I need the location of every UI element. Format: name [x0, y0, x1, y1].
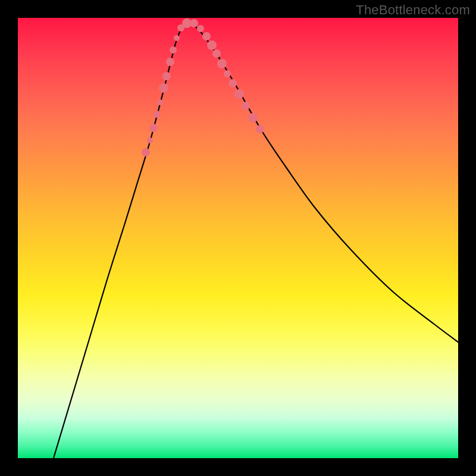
curve-marker [154, 111, 161, 118]
bottleneck-curve [54, 23, 458, 458]
chart-frame: TheBottleneck.com [0, 0, 476, 476]
marker-group [142, 18, 264, 156]
curve-marker [147, 137, 153, 143]
curve-marker [224, 70, 231, 77]
curve-marker [212, 49, 221, 58]
curve-marker [217, 59, 227, 68]
curve-marker [157, 99, 163, 105]
curve-marker [207, 40, 217, 50]
curve-marker [228, 79, 237, 87]
curve-marker [149, 124, 158, 132]
curve-marker [159, 83, 168, 93]
plot-area [18, 18, 458, 458]
curve-marker [242, 102, 250, 110]
curve-marker [166, 58, 174, 66]
curve-svg [18, 18, 458, 458]
curve-marker [256, 125, 264, 133]
curve-marker [234, 89, 244, 99]
curve-marker [142, 148, 150, 156]
curve-marker [190, 19, 198, 27]
curve-marker [202, 32, 211, 40]
watermark-text: TheBottleneck.com [356, 2, 470, 18]
curve-marker [174, 35, 180, 41]
curve-marker [197, 25, 204, 32]
curve-marker [162, 72, 171, 80]
curve-marker [170, 46, 177, 54]
curve-marker [248, 113, 258, 123]
